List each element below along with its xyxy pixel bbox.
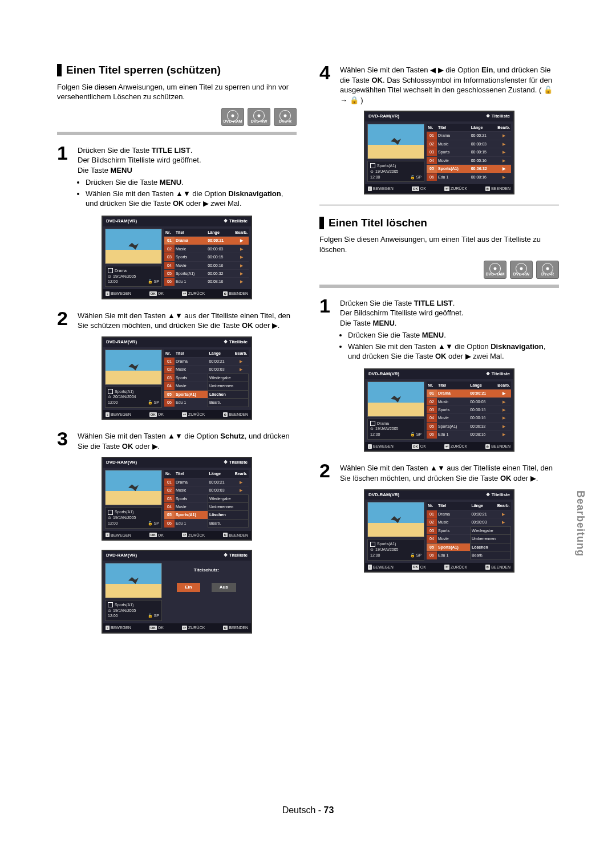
osd-header-left: DVD-RAM(VR) [368, 113, 399, 120]
osd-titlelist: DVD-RAM(VR)❖ TitellisteDrama⊙ 19/JAN/200… [102, 216, 252, 299]
title-row: 01Drama00:00:21▶ [164, 357, 249, 365]
heading-lock: Einen Titel sperren (schützen) [66, 63, 221, 78]
title-table: Nr.TitelLängeBearb.01Drama00:00:21▶02Mus… [427, 124, 511, 181]
osd-titelschutz-popup: DVD-RAM(VR)❖ TitellisteSports(A1)⊙ 19/JA… [102, 550, 252, 634]
step-text: Drücken Sie die Taste TITLE LIST. Der Bi… [78, 143, 297, 210]
title-row: 06Edu 1Bearb. [427, 551, 511, 559]
osd-header-right: ❖ Titelliste [224, 339, 248, 346]
osd-titlelist: DVD-RAM(VR)❖ TitellisteDrama⊙ 19/JAN/200… [364, 368, 514, 452]
step-number: 2 [57, 309, 72, 331]
title-row: 03SportsWiedergabe [164, 494, 249, 502]
title-row: 01Drama00:00:21▶ [164, 478, 249, 486]
title-row: 04MovieUmbenennen [164, 382, 249, 390]
disc-dvd-r-icon: DVD-R [536, 261, 559, 279]
separator [319, 205, 559, 205]
preview-thumbnail [367, 382, 424, 417]
title-info: Drama⊙ 19/JAN/200512:00🔓 SP [367, 419, 424, 440]
title-row: 05Sports(A1)00:06:32▶ [427, 165, 511, 173]
preview-thumbnail [105, 229, 162, 264]
step-text: Wählen Sie mit den Tasten ▲▼ die Option … [78, 429, 297, 451]
title-row: 02Music00:00:03▶ [164, 486, 249, 494]
popup-title: Titelschutz: [169, 567, 244, 574]
step-number: 4 [319, 63, 334, 105]
title-row: 06Edu 1Bearb. [164, 399, 249, 407]
title-row: 02Music00:00:03▶ [164, 245, 249, 253]
section-tab: Bearbeitung [574, 490, 587, 557]
disc-dvd-r-icon: DVD-R [274, 108, 297, 126]
preview-thumbnail [367, 502, 424, 537]
step-number: 1 [57, 143, 72, 210]
disc-icons: DVD-RAM DVD-RW DVD-R [319, 261, 559, 279]
osd-header-left: DVD-RAM(VR) [106, 460, 137, 466]
left-column: Einen Titel sperren (schützen) Folgen Si… [57, 63, 297, 643]
page-footer: Deutsch - 73 [0, 804, 616, 817]
osd-header-right: ❖ Titelliste [224, 553, 248, 559]
step-number: 3 [57, 429, 72, 451]
osd-header-left: DVD-RAM(VR) [368, 371, 399, 378]
title-table: Nr.TitelLängeBearb.01Drama00:00:21▶02Mus… [427, 382, 511, 439]
popup-btn-off: Aus [212, 583, 236, 593]
title-row: 02Music00:00:03▶ [427, 518, 511, 526]
disc-icons: DVD-RAM DVD-RW DVD-R [57, 108, 297, 126]
intro-delete: Folgen Sie diesen Anweisungen, um einen … [319, 234, 559, 254]
disc-dvd-rw-icon: DVD-RW [510, 261, 533, 279]
title-info: Sports(A1)⊙ 19/JAN/200512:00🔓 SP [105, 600, 162, 621]
title-table: Nr.TitelLängeBearb.01Drama00:00:21▶02Mus… [164, 470, 249, 528]
title-row: 03Sports00:00:15▶ [164, 253, 249, 261]
title-row: 03Sports00:00:15▶ [427, 405, 511, 413]
title-row: 04MovieUmbenennen [427, 535, 511, 543]
osd-titlelist-menu: DVD-RAM(VR)❖ TitellisteSports(A1)⊙ 19/JA… [364, 489, 514, 573]
title-row: 06Edu 100:08:16▶ [427, 173, 511, 181]
preview-thumbnail [367, 124, 424, 159]
step-text: Drücken Sie die Taste TITLE LIST. Der Bi… [340, 296, 559, 363]
title-row: 04Movie00:00:16▶ [164, 261, 249, 269]
osd-header-right: ❖ Titelliste [486, 371, 510, 378]
title-row: 02Music00:00:03▶ [427, 397, 511, 405]
step-text: Wählen Sie mit den Tasten ▲▼ aus der Tit… [340, 461, 559, 483]
title-row: 06Edu 100:08:16▶ [164, 278, 249, 286]
osd-header-left: DVD-RAM(VR) [106, 339, 137, 346]
title-row: 01Drama00:00:21▶ [427, 389, 511, 397]
preview-thumbnail [105, 470, 162, 505]
title-row: 03SportsWiedergabe [427, 526, 511, 534]
title-row: 05Sports(A1)Löschen [427, 543, 511, 551]
title-row: 04Movie00:00:16▶ [427, 414, 511, 422]
osd-titlelist-menu: DVD-RAM(VR)❖ TitellisteSports(A1)⊙ 20/JA… [102, 336, 252, 420]
title-row: 05Sports(A1)Löschen [164, 511, 249, 519]
separator [57, 132, 297, 135]
title-info: Sports(A1)⊙ 19/JAN/200512:00🔓 SP [367, 161, 424, 182]
osd-header-right: ❖ Titelliste [224, 218, 248, 225]
title-row: 01Drama00:00:21▶ [427, 132, 511, 140]
title-table: Nr.TitelLängeBearb.01Drama00:00:21▶02Mus… [164, 350, 249, 407]
disc-dvd-ram-icon: DVD-RAM [484, 261, 506, 279]
osd-titlelist-locked: DVD-RAM(VR)❖ TitellisteSports(A1)⊙ 19/JA… [364, 111, 514, 194]
title-row: 04MovieUmbenennen [164, 503, 249, 511]
title-table: Nr.TitelLängeBearb.01Drama00:00:21▶02Mus… [427, 502, 511, 559]
separator [319, 285, 559, 288]
title-row: 04Movie00:00:16▶ [427, 156, 511, 164]
title-info: Sports(A1)⊙ 20/JAN/200412:00🔓 SP [105, 387, 162, 408]
osd-header-left: DVD-RAM(VR) [368, 492, 399, 498]
step-text: Wählen Sie mit den Tasten ◀ ▶ die Option… [340, 63, 559, 105]
osd-header-left: DVD-RAM(VR) [106, 218, 137, 225]
title-row: 03Sports00:00:15▶ [427, 148, 511, 156]
title-info: Drama⊙ 19/JAN/200512:00🔓 SP [105, 266, 162, 287]
title-row: 06Edu 100:08:16▶ [427, 431, 511, 439]
disc-dvd-ram-icon: DVD-RAM [221, 108, 244, 126]
title-row: 06Edu 1Bearb. [164, 519, 249, 527]
title-table: Nr.TitelLängeBearb.01Drama00:00:21▶02Mus… [164, 229, 249, 286]
preview-thumbnail [105, 350, 162, 385]
osd-titlelist-menu-schutz: DVD-RAM(VR)❖ TitellisteSports(A1)⊙ 19/JA… [102, 457, 252, 541]
step-number: 2 [319, 461, 334, 483]
title-row: 05Sports(A1)00:06:32▶ [427, 422, 511, 430]
disc-dvd-rw-icon: DVD-RW [248, 108, 270, 126]
title-row: 05Sports(A1)Löschen [164, 390, 249, 398]
intro-lock: Folgen Sie diesen Anweisungen, um einen … [57, 82, 297, 102]
title-info: Sports(A1)⊙ 19/JAN/200512:00🔓 SP [105, 507, 162, 528]
right-column: 4 Wählen Sie mit den Tasten ◀ ▶ die Opti… [319, 63, 559, 643]
title-row: 03SportsWiedergabe [164, 374, 249, 382]
step-text: Wählen Sie mit den Tasten ▲▼ aus der Tit… [78, 309, 297, 331]
preview-thumbnail [105, 563, 162, 598]
title-row: 01Drama00:00:21▶ [427, 510, 511, 518]
osd-header-right: ❖ Titelliste [224, 460, 248, 466]
